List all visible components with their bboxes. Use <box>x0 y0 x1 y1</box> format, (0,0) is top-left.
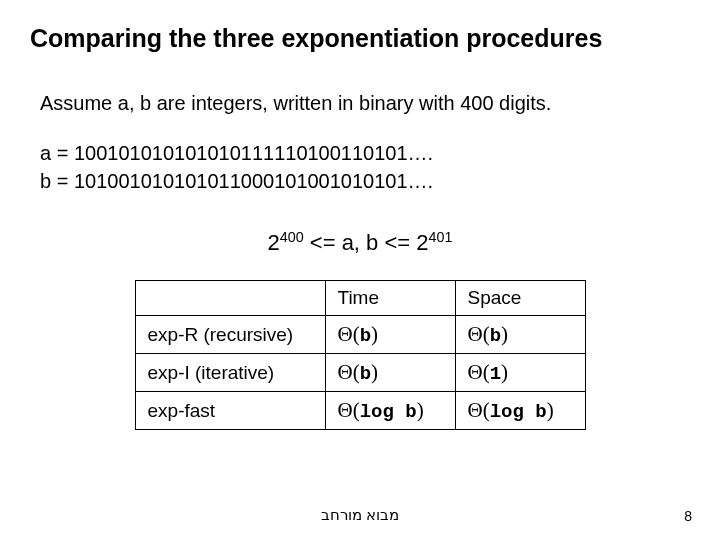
theta-open: Θ( <box>468 360 490 384</box>
a-binary: a = 100101010101010111110100110101…. <box>40 139 690 167</box>
slide-title: Comparing the three exponentiation proce… <box>30 24 690 53</box>
b-binary: b = 101001010101011000101001010101…. <box>40 167 690 195</box>
complexity-value: b <box>490 325 501 347</box>
theta-close: ) <box>371 322 378 346</box>
theta-open: Θ( <box>338 398 360 422</box>
binary-examples: a = 100101010101010111110100110101…. b =… <box>40 139 690 195</box>
theta-close: ) <box>371 360 378 384</box>
header-space: Space <box>455 281 585 316</box>
ineq-middle: <= a, b <= <box>304 230 417 255</box>
theta-close: ) <box>501 360 508 384</box>
theta-open: Θ( <box>338 322 360 346</box>
time-cell: Θ(b) <box>325 316 455 354</box>
table-row: exp-R (recursive) Θ(b) Θ(b) <box>135 316 585 354</box>
ineq-base-1: 2 <box>268 230 280 255</box>
header-time: Time <box>325 281 455 316</box>
row-label: exp-fast <box>135 392 325 430</box>
complexity-value: log b <box>360 401 417 423</box>
theta-close: ) <box>417 398 424 422</box>
complexity-value: b <box>360 363 371 385</box>
table-row: exp-I (iterative) Θ(b) Θ(1) <box>135 354 585 392</box>
ineq-exp-1: 400 <box>280 229 304 245</box>
complexity-value: log b <box>490 401 547 423</box>
table-row: exp-fast Θ(log b) Θ(log b) <box>135 392 585 430</box>
theta-close: ) <box>501 322 508 346</box>
time-cell: Θ(b) <box>325 354 455 392</box>
page-number: 8 <box>684 508 692 524</box>
footer-text: מבוא מורחב <box>0 506 720 524</box>
header-blank <box>135 281 325 316</box>
space-cell: Θ(b) <box>455 316 585 354</box>
complexity-table: Time Space exp-R (recursive) Θ(b) Θ(b) e… <box>135 280 586 430</box>
complexity-value: b <box>360 325 371 347</box>
space-cell: Θ(1) <box>455 354 585 392</box>
time-cell: Θ(log b) <box>325 392 455 430</box>
complexity-value: 1 <box>490 363 501 385</box>
ineq-exp-2: 401 <box>429 229 453 245</box>
bounds-inequality: 2400 <= a, b <= 2401 <box>200 229 520 256</box>
theta-open: Θ( <box>468 322 490 346</box>
table-header-row: Time Space <box>135 281 585 316</box>
row-label: exp-R (recursive) <box>135 316 325 354</box>
theta-open: Θ( <box>468 398 490 422</box>
row-label: exp-I (iterative) <box>135 354 325 392</box>
space-cell: Θ(log b) <box>455 392 585 430</box>
assumption-text: Assume a, b are integers, written in bin… <box>40 89 690 117</box>
theta-open: Θ( <box>338 360 360 384</box>
ineq-base-2: 2 <box>416 230 428 255</box>
theta-close: ) <box>547 398 554 422</box>
